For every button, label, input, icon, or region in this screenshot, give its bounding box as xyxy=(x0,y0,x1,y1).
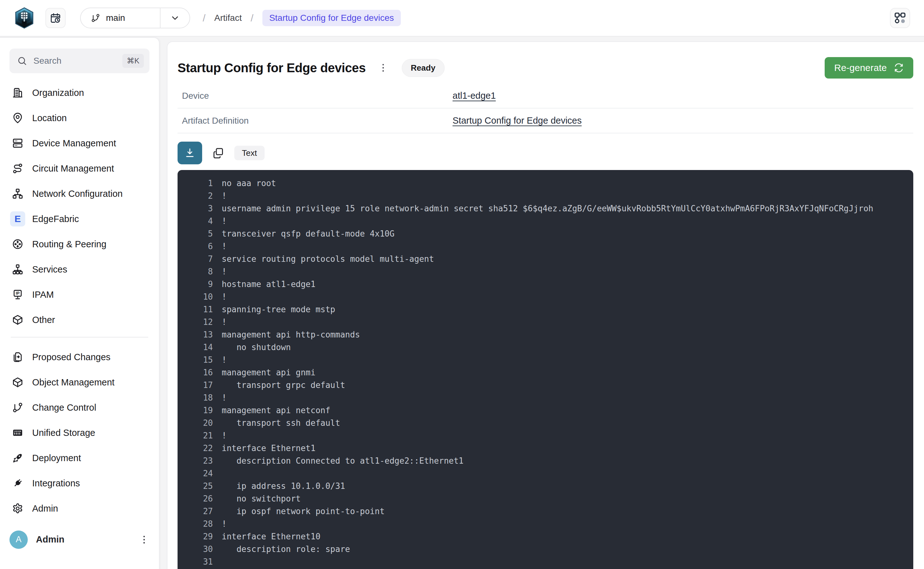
sidebar-item-admin[interactable]: Admin xyxy=(9,496,149,521)
search-input[interactable]: Search ⌘K xyxy=(9,49,149,73)
code-line: 18 ! xyxy=(186,391,913,404)
breadcrumb-separator: / xyxy=(251,12,254,24)
line-number: 21 xyxy=(186,431,213,440)
branch-selector[interactable]: main xyxy=(80,8,190,28)
breadcrumb-artifact[interactable]: Artifact xyxy=(214,13,242,23)
services-tree-icon xyxy=(12,264,23,275)
title-kebab-icon[interactable] xyxy=(378,62,389,73)
code-line: 21 ! xyxy=(186,429,913,442)
branch-name: main xyxy=(106,13,125,23)
code-line: 11 spanning-tree mode mstp xyxy=(186,303,913,316)
line-text: ! xyxy=(222,431,227,440)
ip-monitor-icon: IP xyxy=(12,289,23,300)
main-panel: Startup Config for Edge devices Ready Re… xyxy=(167,41,924,569)
line-number: 12 xyxy=(186,317,213,327)
sidebar-item-object-management[interactable]: Object Management xyxy=(9,370,149,395)
sidebar-item-location[interactable]: Location xyxy=(9,105,149,131)
line-number: 23 xyxy=(186,456,213,466)
format-toggle-text[interactable]: Text xyxy=(234,146,264,160)
search-icon xyxy=(17,56,27,66)
line-number: 31 xyxy=(186,557,213,566)
line-number: 13 xyxy=(186,330,213,339)
calendar-clock-icon xyxy=(50,12,61,24)
sidebar-item-unified-storage[interactable]: Unified Storage xyxy=(9,420,149,445)
code-line: 4 ! xyxy=(186,215,913,227)
git-branch-icon xyxy=(91,13,100,23)
sidebar-item-ipam[interactable]: IP IPAM xyxy=(9,282,149,307)
line-text: ! xyxy=(222,242,227,251)
sidebar-item-proposed-changes[interactable]: Proposed Changes xyxy=(9,344,149,370)
breadcrumb-separator: / xyxy=(203,12,206,24)
schedule-button[interactable] xyxy=(46,8,65,28)
plug-icon xyxy=(12,478,23,489)
svg-text:IP: IP xyxy=(16,291,20,295)
sidebar-item-organization[interactable]: Organization xyxy=(9,80,149,105)
chevron-down-icon xyxy=(170,13,180,23)
line-text: transport ssh default xyxy=(222,418,340,428)
line-number: 1 xyxy=(186,178,213,188)
line-number: 6 xyxy=(186,242,213,251)
code-line: 29 interface Ethernet10 xyxy=(186,530,913,543)
code-line: 28 ! xyxy=(186,517,913,530)
meta-value-link[interactable]: Startup Config for Edge devices xyxy=(453,116,582,126)
sidebar-item-integrations[interactable]: Integrations xyxy=(9,471,149,496)
line-text: ip address 10.1.0.0/31 xyxy=(222,481,345,491)
sidebar-item-services[interactable]: Services xyxy=(9,257,149,282)
line-text: ! xyxy=(222,355,227,365)
cube-icon xyxy=(12,377,23,388)
copy-button[interactable] xyxy=(211,146,225,160)
workflow-status-button[interactable] xyxy=(890,8,910,28)
app-logo-icon[interactable] xyxy=(15,7,34,29)
line-text: management api http-commands xyxy=(222,330,360,339)
line-text: ip ospf network point-to-point xyxy=(222,507,385,516)
code-line: 1 no aaa root xyxy=(186,177,913,190)
status-badge: Ready xyxy=(402,59,445,77)
sidebar-item-routing-peering[interactable]: Routing & Peering xyxy=(9,231,149,257)
branch-selector-dropdown[interactable] xyxy=(161,8,190,28)
meta-row-artifact-definition: Artifact Definition Startup Config for E… xyxy=(178,108,913,134)
app-screen: main / Artifact / Startup Config for Edg… xyxy=(0,0,924,569)
gear-icon xyxy=(12,503,23,514)
breadcrumb-current[interactable]: Startup Config for Edge devices xyxy=(262,10,401,26)
code-line: 6 ! xyxy=(186,240,913,253)
code-line: 16 management api gnmi xyxy=(186,366,913,379)
copy-icon xyxy=(212,147,224,159)
user-row[interactable]: A Admin xyxy=(9,525,149,554)
sidebar-item-edgefabric[interactable]: E EdgeFabric xyxy=(9,206,149,231)
code-line: 14 no shutdown xyxy=(186,341,913,354)
code-line: 3 username admin privilege 15 role netwo… xyxy=(186,202,913,215)
meta-value-link[interactable]: atl1-edge1 xyxy=(453,91,496,101)
download-button[interactable] xyxy=(178,141,202,164)
meta-table: Device atl1-edge1 Artifact Definition St… xyxy=(178,84,913,134)
top-bar: main / Artifact / Startup Config for Edg… xyxy=(0,0,924,37)
sidebar-item-circuit-management[interactable]: Circuit Management xyxy=(9,156,149,181)
line-text: ! xyxy=(222,267,227,276)
code-line: 25 ip address 10.1.0.0/31 xyxy=(186,480,913,492)
line-text: no shutdown xyxy=(222,342,291,352)
code-line: 31 xyxy=(186,555,913,568)
sidebar-item-deployment[interactable]: Deployment xyxy=(9,445,149,471)
code-line: 9 hostname atl1-edge1 xyxy=(186,278,913,291)
code-line: 24 xyxy=(186,467,913,480)
line-text: ! xyxy=(222,191,227,201)
code-line: 30 description role: spare xyxy=(186,543,913,555)
sidebar-divider xyxy=(11,337,148,338)
code-line: 17 transport grpc default xyxy=(186,379,913,391)
title-row: Startup Config for Edge devices Ready Re… xyxy=(178,57,913,79)
meta-row-device: Device atl1-edge1 xyxy=(178,84,913,108)
regenerate-button[interactable]: Re-generate xyxy=(825,57,913,79)
git-branch-icon xyxy=(12,402,23,413)
refresh-icon xyxy=(894,63,904,73)
line-text: no switchport xyxy=(222,494,301,504)
code-line: 23 description Connected to atl1-edge2::… xyxy=(186,455,913,467)
sidebar-item-other[interactable]: Other xyxy=(9,307,149,332)
sidebar-item-network-configuration[interactable]: Network Configuration xyxy=(9,181,149,206)
building-icon xyxy=(12,87,23,98)
sidebar-item-change-control[interactable]: Change Control xyxy=(9,395,149,420)
code-block[interactable]: 1 no aaa root 2 ! 3 username admin privi… xyxy=(178,170,913,569)
search-placeholder: Search xyxy=(33,56,61,66)
code-line: 10 ! xyxy=(186,291,913,303)
branch-selector-current[interactable]: main xyxy=(81,8,160,28)
sidebar-item-device-management[interactable]: Device Management xyxy=(9,131,149,156)
user-menu-kebab-icon[interactable] xyxy=(139,534,149,545)
